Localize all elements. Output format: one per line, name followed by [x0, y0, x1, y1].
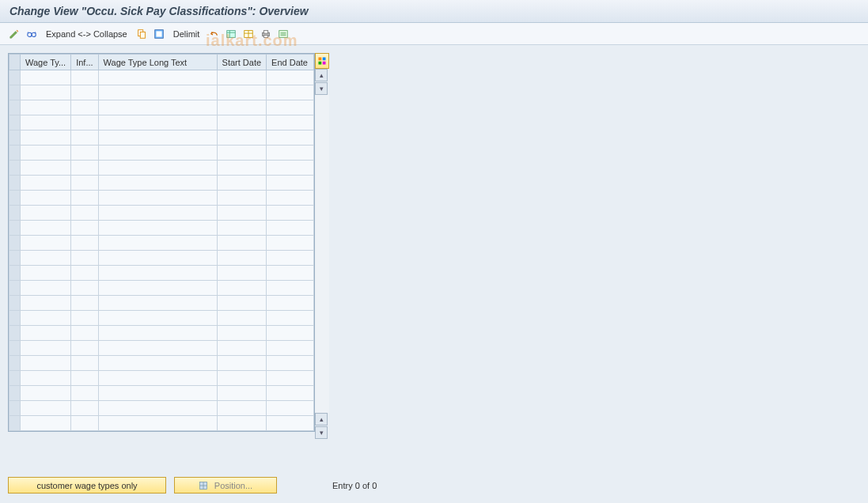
cell-start-date[interactable]: [217, 401, 267, 416]
row-selector[interactable]: [9, 161, 21, 176]
cell-wage-type[interactable]: [21, 161, 71, 176]
cell-end-date[interactable]: [267, 115, 314, 130]
table-row[interactable]: [9, 416, 314, 431]
cell-inf[interactable]: [71, 130, 98, 146]
cell-end-date[interactable]: [267, 296, 314, 311]
cell-inf[interactable]: [71, 251, 98, 266]
table-row[interactable]: [9, 161, 314, 176]
position-button[interactable]: Position...: [174, 477, 277, 494]
cell-wage-type[interactable]: [21, 341, 71, 356]
change-icon[interactable]: [8, 28, 21, 40]
table-row[interactable]: [9, 251, 314, 266]
cell-wage-type[interactable]: [21, 266, 71, 281]
cell-inf[interactable]: [71, 341, 98, 356]
table-row[interactable]: [9, 115, 314, 130]
row-selector[interactable]: [9, 386, 21, 401]
cell-long-text[interactable]: [98, 296, 217, 311]
cell-start-date[interactable]: [217, 296, 267, 311]
cell-end-date[interactable]: [267, 251, 314, 266]
cell-wage-type[interactable]: [21, 221, 71, 236]
cell-inf[interactable]: [71, 311, 98, 326]
cell-wage-type[interactable]: [21, 130, 71, 146]
row-selector[interactable]: [9, 281, 21, 296]
cell-start-date[interactable]: [217, 191, 267, 206]
cell-inf[interactable]: [71, 386, 98, 401]
cell-long-text[interactable]: [98, 100, 217, 115]
cell-inf[interactable]: [71, 221, 98, 236]
cell-inf[interactable]: [71, 416, 98, 431]
cell-wage-type[interactable]: [21, 115, 71, 130]
cell-wage-type[interactable]: [21, 70, 71, 85]
cell-long-text[interactable]: [98, 206, 217, 221]
cell-long-text[interactable]: [98, 386, 217, 401]
cell-start-date[interactable]: [217, 146, 267, 161]
cell-wage-type[interactable]: [21, 206, 71, 221]
cell-inf[interactable]: [71, 85, 98, 100]
row-selector[interactable]: [9, 100, 21, 115]
cell-start-date[interactable]: [217, 221, 267, 236]
cell-wage-type[interactable]: [21, 401, 71, 416]
table-row[interactable]: [9, 70, 314, 85]
cell-long-text[interactable]: [98, 341, 217, 356]
table-row[interactable]: [9, 356, 314, 371]
cell-start-date[interactable]: [217, 161, 267, 176]
cell-end-date[interactable]: [267, 311, 314, 326]
cell-long-text[interactable]: [98, 236, 217, 251]
cell-inf[interactable]: [71, 191, 98, 206]
row-selector[interactable]: [9, 176, 21, 191]
cell-end-date[interactable]: [267, 281, 314, 296]
row-selector[interactable]: [9, 266, 21, 281]
row-selector[interactable]: [9, 326, 21, 341]
table-row[interactable]: [9, 311, 314, 326]
cell-end-date[interactable]: [267, 221, 314, 236]
cell-long-text[interactable]: [98, 266, 217, 281]
table-row[interactable]: [9, 341, 314, 356]
cell-long-text[interactable]: [98, 371, 217, 386]
table-row[interactable]: [9, 100, 314, 115]
row-selector[interactable]: [9, 115, 21, 130]
cell-long-text[interactable]: [98, 115, 217, 130]
cell-start-date[interactable]: [217, 311, 267, 326]
cell-wage-type[interactable]: [21, 236, 71, 251]
row-selector[interactable]: [9, 221, 21, 236]
cell-start-date[interactable]: [217, 281, 267, 296]
cell-start-date[interactable]: [217, 130, 267, 146]
cell-wage-type[interactable]: [21, 371, 71, 386]
cell-long-text[interactable]: [98, 85, 217, 100]
cell-inf[interactable]: [71, 70, 98, 85]
row-selector[interactable]: [9, 401, 21, 416]
cell-wage-type[interactable]: [21, 251, 71, 266]
row-selector[interactable]: [9, 416, 21, 431]
cell-wage-type[interactable]: [21, 356, 71, 371]
cell-inf[interactable]: [71, 206, 98, 221]
cell-inf[interactable]: [71, 115, 98, 130]
cell-end-date[interactable]: [267, 176, 314, 191]
cell-start-date[interactable]: [217, 251, 267, 266]
cell-end-date[interactable]: [267, 206, 314, 221]
data-grid[interactable]: Wage Ty... Inf... Wage Type Long Text St…: [8, 53, 315, 432]
table-row[interactable]: [9, 206, 314, 221]
col-end-date[interactable]: End Date: [267, 55, 314, 70]
cell-end-date[interactable]: [267, 146, 314, 161]
cell-end-date[interactable]: [267, 236, 314, 251]
table-row[interactable]: [9, 386, 314, 401]
cell-wage-type[interactable]: [21, 326, 71, 341]
table-settings-icon[interactable]: [225, 28, 237, 40]
cell-end-date[interactable]: [267, 401, 314, 416]
table-row[interactable]: [9, 85, 314, 100]
table-row[interactable]: [9, 296, 314, 311]
table-row[interactable]: [9, 146, 314, 161]
table-row[interactable]: [9, 281, 314, 296]
cell-start-date[interactable]: [217, 326, 267, 341]
col-start-date[interactable]: Start Date: [217, 55, 267, 70]
cell-long-text[interactable]: [98, 221, 217, 236]
row-selector[interactable]: [9, 191, 21, 206]
table-row[interactable]: [9, 401, 314, 416]
row-selector-header[interactable]: [9, 55, 21, 70]
cell-inf[interactable]: [71, 266, 98, 281]
cell-start-date[interactable]: [217, 386, 267, 401]
cell-start-date[interactable]: [217, 236, 267, 251]
cell-start-date[interactable]: [217, 341, 267, 356]
cell-long-text[interactable]: [98, 251, 217, 266]
table-row[interactable]: [9, 221, 314, 236]
